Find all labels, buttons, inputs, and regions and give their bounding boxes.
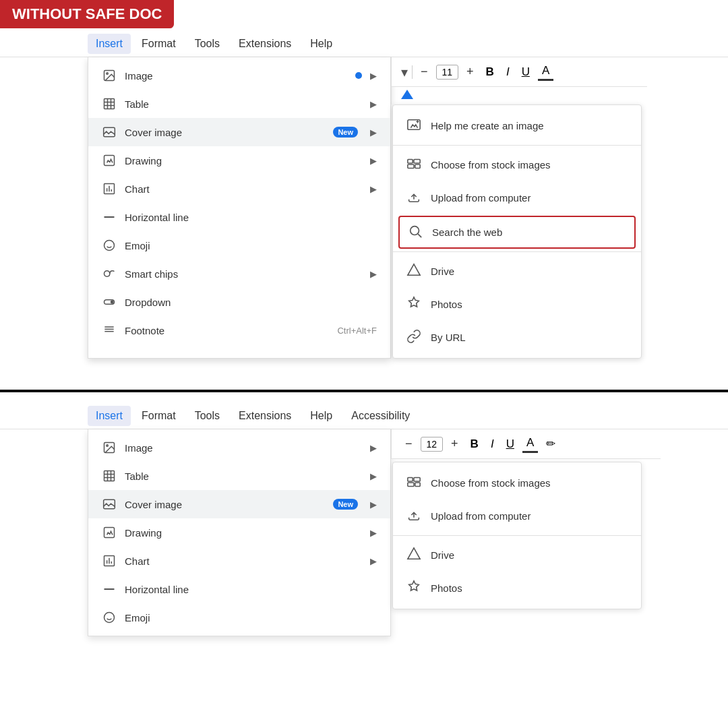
svg-point-18 <box>111 301 113 303</box>
menu-item-dropdown-top[interactable]: Dropdown <box>88 288 390 316</box>
menu-item-smartchips-top[interactable]: Smart chips ▶ <box>88 260 390 288</box>
toolbar-fontsize-top[interactable]: 11 <box>436 65 459 80</box>
svg-point-28 <box>411 226 419 235</box>
menu-format-bottom[interactable]: Format <box>133 406 184 426</box>
top-panel: WITHOUT SAFE DOC Insert Format Tools Ext… <box>0 0 728 391</box>
menu-item-footnote-label-top: Footnote <box>125 325 329 336</box>
menu-item-cover-label-top: Cover image <box>125 127 325 138</box>
menu-item-hline-bottom[interactable]: Horizontal line <box>88 575 390 603</box>
toolbar-underline-bottom[interactable]: U <box>502 436 518 452</box>
right-menu-top: Help me create an image Choose from stoc… <box>392 104 642 359</box>
svg-rect-50 <box>408 483 414 487</box>
menu-item-footnote-top[interactable]: Footnote Ctrl+Alt+F <box>88 316 390 344</box>
emoji-icon <box>102 238 117 253</box>
right-menu-upload-bottom[interactable]: Upload from computer <box>393 499 641 533</box>
menu-tools-bottom[interactable]: Tools <box>187 406 228 426</box>
menu-item-table-label-top: Table <box>125 98 362 110</box>
menu-item-smartchips-label-top: Smart chips <box>125 268 362 280</box>
table-icon <box>102 96 117 111</box>
toolbar-minus-bottom[interactable]: − <box>401 435 417 452</box>
svg-rect-24 <box>408 160 413 164</box>
hline-icon-b <box>102 582 117 597</box>
right-menu-photos-top[interactable]: Photos <box>393 288 641 321</box>
menu-item-table-bottom[interactable]: Table ▶ <box>88 462 390 490</box>
hline-icon <box>102 210 117 224</box>
menu-item-drawing-bottom[interactable]: Drawing ▶ <box>88 518 390 547</box>
toolbar-minus-top[interactable]: − <box>417 63 432 80</box>
menu-item-dropdown-label-top: Dropdown <box>125 297 377 308</box>
drive-label-top: Drive <box>431 266 454 277</box>
svg-rect-49 <box>414 478 420 482</box>
blue-dot-top <box>355 72 362 79</box>
toolbar-dropdown-top[interactable]: ▾ <box>401 64 408 80</box>
menu-item-table-top[interactable]: Table ▶ <box>88 90 390 118</box>
right-menu-bottom: Choose from stock images Upload from com… <box>392 462 642 609</box>
toolbar-fontsize-bottom[interactable]: 12 <box>421 437 444 452</box>
right-menu-drive-bottom[interactable]: Drive <box>393 539 641 572</box>
right-menu-search-top[interactable]: Search the web <box>398 216 636 249</box>
right-menu-url-top[interactable]: By URL <box>393 321 641 354</box>
footnote-shortcut-top: Ctrl+Alt+F <box>337 326 377 336</box>
toolbar-color-top[interactable]: A <box>538 63 553 81</box>
toolbar-bold-bottom[interactable]: B <box>466 436 483 452</box>
svg-point-14 <box>104 241 115 251</box>
image-icon-b <box>102 440 117 455</box>
menu-item-drawing-top[interactable]: Drawing ▶ <box>88 146 390 175</box>
svg-point-45 <box>104 613 115 623</box>
upload-icon-b <box>406 508 421 524</box>
menu-item-chart-top[interactable]: Chart ▶ <box>88 175 390 203</box>
drawing-icon-b <box>102 525 117 540</box>
drive-icon <box>406 263 421 280</box>
svg-line-29 <box>418 234 421 237</box>
svg-marker-22 <box>401 90 413 99</box>
menu-item-chart-bottom[interactable]: Chart ▶ <box>88 547 390 575</box>
smartchips-arrow-top: ▶ <box>370 269 377 279</box>
footnote-icon <box>102 323 117 338</box>
svg-rect-25 <box>414 160 420 164</box>
menu-item-image-bottom[interactable]: Image ▶ <box>88 433 390 462</box>
right-menu-ai-top[interactable]: Help me create an image <box>393 109 641 142</box>
menu-item-image-label-top: Image <box>125 70 347 82</box>
url-label-top: By URL <box>431 332 466 343</box>
drive-label-bottom: Drive <box>431 549 454 561</box>
menu-item-emoji-top[interactable]: Emoji <box>88 231 390 260</box>
toolbar-italic-bottom[interactable]: I <box>487 436 498 452</box>
menu-item-image-top[interactable]: Image ▶ <box>88 61 390 90</box>
menu-insert-bottom[interactable]: Insert <box>88 406 131 426</box>
toolbar-pen-bottom[interactable]: ✏ <box>542 435 559 452</box>
photos-icon-b <box>406 580 421 597</box>
menu-accessibility-bottom[interactable]: Accessibility <box>343 406 418 426</box>
menu-item-chart-label-top: Chart <box>125 183 362 195</box>
menu-item-cover-top[interactable]: Cover image New ▶ <box>88 118 390 146</box>
toolbar-color-bottom[interactable]: A <box>522 435 538 453</box>
menu-help-top[interactable]: Help <box>302 34 340 54</box>
menu-tools-top[interactable]: Tools <box>187 34 228 54</box>
menu-extensions-bottom[interactable]: Extensions <box>231 406 299 426</box>
right-menu-photos-bottom[interactable]: Photos <box>393 572 641 605</box>
menu-item-hline-label-top: Horizontal line <box>125 212 377 223</box>
table-icon-b <box>102 468 117 483</box>
toolbar-plus-top[interactable]: + <box>462 63 478 80</box>
toolbar-bold-top[interactable]: B <box>482 64 498 80</box>
svg-rect-48 <box>408 478 413 482</box>
svg-rect-2 <box>104 99 115 109</box>
svg-rect-33 <box>104 471 115 481</box>
toolbar-underline-top[interactable]: U <box>518 64 534 80</box>
menu-extensions-top[interactable]: Extensions <box>231 34 299 54</box>
menu-item-hline-top[interactable]: Horizontal line <box>88 203 390 231</box>
menu-insert-top[interactable]: Insert <box>88 34 131 54</box>
toolbar-plus-bottom[interactable]: + <box>447 435 462 452</box>
right-menu-drive-top[interactable]: Drive <box>393 255 641 288</box>
menu-item-cover-bottom[interactable]: Cover image New ▶ <box>88 490 390 518</box>
toolbar-italic-top[interactable]: I <box>502 64 514 80</box>
menu-format-top[interactable]: Format <box>133 34 184 54</box>
upload-label-top: Upload from computer <box>431 192 530 204</box>
search-web-label-top: Search the web <box>432 226 502 238</box>
right-menu-upload-top[interactable]: Upload from computer <box>393 181 641 214</box>
right-menu-stock-bottom[interactable]: Choose from stock images <box>393 466 641 499</box>
menu-help-bottom[interactable]: Help <box>302 406 340 426</box>
emoji-icon-b <box>102 610 117 625</box>
right-menu-stock-top[interactable]: Choose from stock images <box>393 148 641 181</box>
menu-item-emoji-bottom[interactable]: Emoji <box>88 603 390 632</box>
chart-arrow-bottom: ▶ <box>370 556 377 566</box>
